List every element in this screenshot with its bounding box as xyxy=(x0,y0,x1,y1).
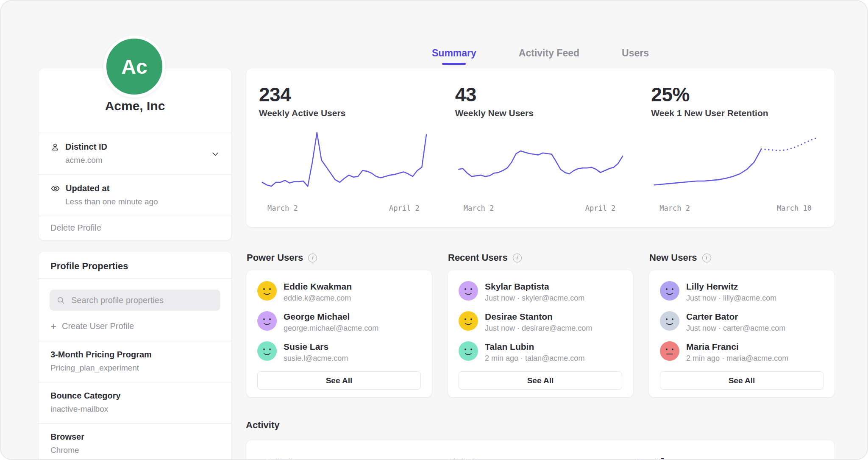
property-item[interactable]: Browser Chrome xyxy=(39,423,231,460)
stat-weekly-active-users: 234 Weekly Active Users March 2 April 2 xyxy=(246,68,442,227)
x-tick-left: March 2 xyxy=(267,204,298,212)
weekly-new-users-chart xyxy=(455,129,626,201)
profile-window: Ac Acme, Inc Distinct ID acme.com xyxy=(0,0,868,460)
summary-stats-card: 234 Weekly Active Users March 2 April 2 … xyxy=(246,68,835,228)
stat-weekly-new-users: 43 Weekly New Users March 2 April 2 xyxy=(442,68,639,227)
user-subtext: Just now · carter@acme.com xyxy=(686,324,785,333)
power-users-title: Power Users xyxy=(247,252,303,263)
distinct-id-value: acme.com xyxy=(65,156,220,165)
activity-section: Activity 234 240 3.4k xyxy=(246,420,835,460)
distinct-id-label: Distinct ID xyxy=(65,142,107,152)
list-item[interactable]: Eddie Kwakman eddie.k@acme.com xyxy=(257,281,421,303)
user-avatar xyxy=(660,311,679,331)
activity-card: 234 240 3.4k xyxy=(246,440,835,460)
list-item[interactable]: Lilly Herwitz Just now · lilly@acme.com xyxy=(660,281,823,303)
stat-week1-retention: 25% Week 1 New User Retention March 2 Ma… xyxy=(638,68,835,227)
profile-properties-card: Profile Properties + Create User Profile… xyxy=(38,251,232,460)
stat-label: Weekly Active Users xyxy=(259,108,430,118)
eye-icon xyxy=(50,184,60,193)
activity-stat: 234 xyxy=(262,456,448,460)
chevron-down-icon[interactable] xyxy=(210,149,220,159)
activity-stat: 3.4k xyxy=(633,456,819,460)
property-name: Browser xyxy=(50,432,220,442)
user-name: Eddie Kwakman xyxy=(284,282,352,292)
user-avatar xyxy=(257,341,277,361)
x-tick-right: April 2 xyxy=(389,204,420,212)
recent-users-card: Skylar Baptista Just now · skyler@acme.c… xyxy=(447,270,634,398)
list-item[interactable]: George Michael george.michael@acme.com xyxy=(257,311,421,333)
user-avatar xyxy=(660,341,679,361)
user-avatar xyxy=(257,281,277,301)
property-value: Chrome xyxy=(50,446,220,455)
new-users-card: Lilly Herwitz Just now · lilly@acme.com … xyxy=(648,270,835,398)
user-subtext: susie.l@acme.com xyxy=(284,354,348,363)
list-item[interactable]: Skylar Baptista Just now · skyler@acme.c… xyxy=(459,281,622,303)
tab-summary[interactable]: Summary xyxy=(432,47,476,64)
list-item[interactable]: Maria Franci 2 min ago · maria@acme.com xyxy=(660,341,823,363)
x-tick-right: March 10 xyxy=(777,204,812,212)
recent-users-title: Recent Users xyxy=(448,252,508,263)
profile-tabs: Summary Activity Feed Users xyxy=(246,47,835,64)
user-name: George Michael xyxy=(284,312,378,322)
user-avatar xyxy=(459,281,478,301)
power-users-section: Power Users i Eddie Kwakman eddie.k@acme… xyxy=(246,251,432,398)
property-name: 3-Month Pricing Program xyxy=(50,350,220,360)
delete-profile-button[interactable]: Delete Profile xyxy=(39,216,231,240)
profile-properties-title: Profile Properties xyxy=(39,251,231,278)
new-users-section: New Users i Lilly Herwitz Just now · lil… xyxy=(648,251,835,398)
weekly-active-users-chart xyxy=(259,129,430,201)
user-subtext: george.michael@acme.com xyxy=(284,324,378,333)
info-icon[interactable]: i xyxy=(308,254,317,262)
user-avatar xyxy=(459,341,478,361)
user-name: Desirae Stanton xyxy=(485,312,592,322)
see-all-button[interactable]: See All xyxy=(459,371,622,390)
activity-stat: 240 xyxy=(448,456,634,460)
property-item[interactable]: 3-Month Pricing Program Pricing_plan_exp… xyxy=(39,341,231,382)
company-avatar: Ac xyxy=(103,36,165,98)
activity-title: Activity xyxy=(246,420,835,431)
person-icon xyxy=(50,142,60,152)
user-subtext: Just now · desirare@acme.com xyxy=(485,324,592,333)
see-all-button[interactable]: See All xyxy=(257,371,421,390)
user-name: Carter Bator xyxy=(686,312,785,322)
stat-label: Weekly New Users xyxy=(455,108,626,118)
stat-value: 25% xyxy=(651,85,822,104)
list-item[interactable]: Carter Bator Just now · carter@acme.com xyxy=(660,311,823,333)
user-subtext: 2 min ago · talan@acme.com xyxy=(485,354,584,363)
see-all-button[interactable]: See All xyxy=(660,371,823,390)
user-subtext: Just now · skyler@acme.com xyxy=(485,294,584,303)
tab-users[interactable]: Users xyxy=(622,47,649,64)
create-user-profile-button[interactable]: + Create User Profile xyxy=(39,311,231,341)
updated-at-value: Less than one minute ago xyxy=(65,197,220,206)
user-subtext: 2 min ago · maria@acme.com xyxy=(686,354,788,363)
x-tick-right: April 2 xyxy=(585,204,616,212)
new-users-title: New Users xyxy=(649,252,697,263)
search-profile-properties[interactable] xyxy=(50,290,220,311)
updated-at-row: Updated at Less than one minute ago xyxy=(39,174,231,216)
list-item[interactable]: Talan Lubin 2 min ago · talan@acme.com xyxy=(459,341,622,363)
user-subtext: Just now · lilly@acme.com xyxy=(686,294,776,303)
x-tick-left: March 2 xyxy=(464,204,494,212)
user-name: Talan Lubin xyxy=(485,342,584,352)
user-name: Susie Lars xyxy=(284,342,348,352)
user-avatar xyxy=(257,311,277,331)
list-item[interactable]: Desirae Stanton Just now · desirare@acme… xyxy=(459,311,622,333)
plus-icon: + xyxy=(50,322,56,331)
user-name: Maria Franci xyxy=(686,342,788,352)
tab-activity-feed[interactable]: Activity Feed xyxy=(519,47,579,64)
user-name: Lilly Herwitz xyxy=(686,282,776,292)
info-icon[interactable]: i xyxy=(513,254,522,262)
recent-users-section: Recent Users i Skylar Baptista Just now … xyxy=(447,251,634,398)
stat-value: 43 xyxy=(455,85,626,104)
create-user-profile-label: Create User Profile xyxy=(62,321,134,331)
user-avatar xyxy=(459,311,478,331)
search-input[interactable] xyxy=(70,295,214,306)
info-icon[interactable]: i xyxy=(702,254,711,262)
user-name: Skylar Baptista xyxy=(485,282,584,292)
property-value: inactive-mailbox xyxy=(50,404,220,414)
distinct-id-row[interactable]: Distinct ID acme.com xyxy=(39,133,231,174)
property-item[interactable]: Bounce Category inactive-mailbox xyxy=(39,382,231,423)
stat-label: Week 1 New User Retention xyxy=(651,108,822,118)
property-value: Pricing_plan_experiment xyxy=(50,363,220,373)
list-item[interactable]: Susie Lars susie.l@acme.com xyxy=(257,341,421,363)
